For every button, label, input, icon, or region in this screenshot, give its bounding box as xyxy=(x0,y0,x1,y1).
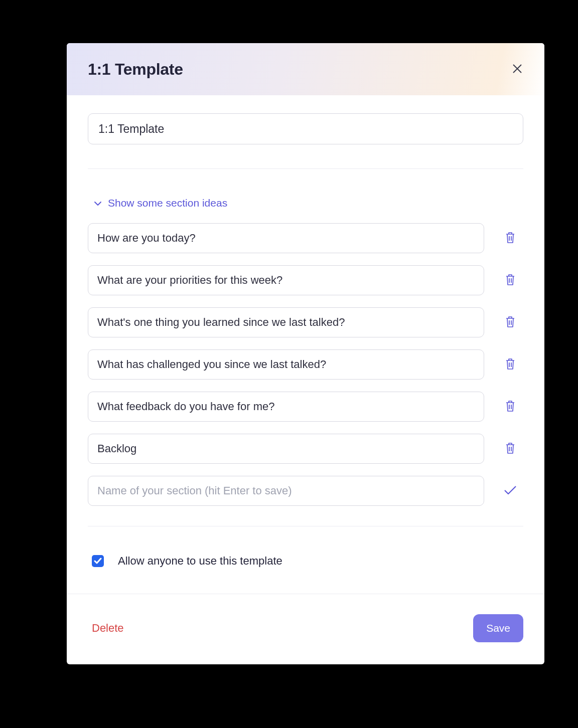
save-button[interactable]: Save xyxy=(473,614,523,642)
new-section-input[interactable] xyxy=(88,476,484,506)
delete-section-button[interactable] xyxy=(499,271,521,290)
sections-list xyxy=(88,223,523,464)
section-name-input[interactable] xyxy=(88,392,484,422)
template-editor-dialog: 1:1 Template Show some section ideas xyxy=(67,43,544,664)
delete-section-button[interactable] xyxy=(499,440,521,458)
close-icon xyxy=(511,63,523,76)
delete-button[interactable]: Delete xyxy=(88,620,128,637)
dialog-header: 1:1 Template xyxy=(67,43,544,95)
trash-icon xyxy=(504,400,516,414)
section-row xyxy=(88,434,523,464)
show-section-ideas-toggle[interactable]: Show some section ideas xyxy=(88,197,523,209)
dialog-title: 1:1 Template xyxy=(88,60,183,79)
section-name-input[interactable] xyxy=(88,307,484,337)
section-row xyxy=(88,265,523,295)
delete-section-button[interactable] xyxy=(499,355,521,374)
delete-section-button[interactable] xyxy=(499,229,521,248)
new-section-row xyxy=(88,476,523,506)
trash-icon xyxy=(504,357,516,372)
template-name-input[interactable] xyxy=(88,113,523,144)
section-name-input[interactable] xyxy=(88,265,484,295)
section-row xyxy=(88,349,523,380)
trash-icon xyxy=(504,231,516,246)
delete-section-button[interactable] xyxy=(499,398,521,416)
allow-anyone-label: Allow anyone to use this template xyxy=(118,555,282,568)
section-name-input[interactable] xyxy=(88,349,484,380)
section-row xyxy=(88,307,523,337)
trash-icon xyxy=(504,442,516,456)
trash-icon xyxy=(504,315,516,330)
section-row xyxy=(88,392,523,422)
confirm-new-section-button[interactable] xyxy=(499,483,521,499)
check-icon xyxy=(503,485,517,497)
trash-icon xyxy=(504,273,516,288)
divider xyxy=(88,168,523,169)
section-name-input[interactable] xyxy=(88,434,484,464)
delete-section-button[interactable] xyxy=(499,313,521,332)
close-button[interactable] xyxy=(508,60,526,79)
chevron-down-icon xyxy=(94,197,102,209)
section-row xyxy=(88,223,523,253)
dialog-footer: Delete Save xyxy=(67,594,544,664)
section-name-input[interactable] xyxy=(88,223,484,253)
allow-anyone-row: Allow anyone to use this template xyxy=(88,526,523,594)
show-section-ideas-label: Show some section ideas xyxy=(108,197,227,209)
